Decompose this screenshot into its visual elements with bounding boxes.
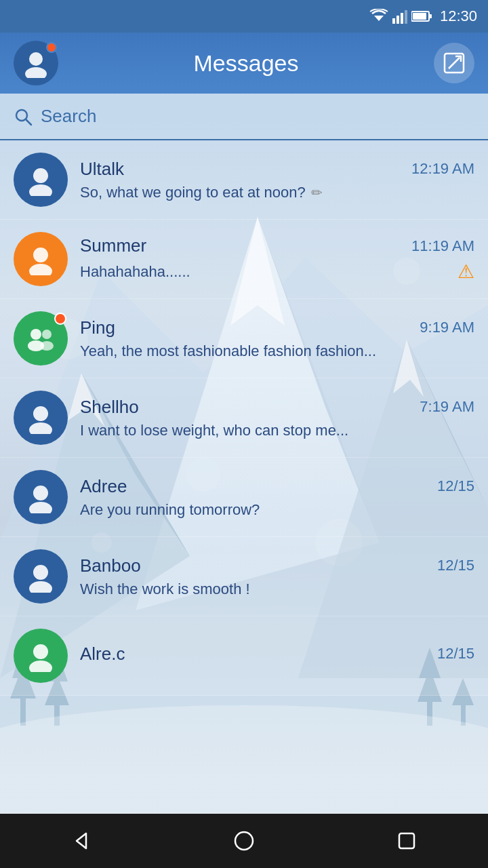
notification-dot [46, 42, 57, 53]
compose-button[interactable] [434, 43, 474, 83]
shellho-avatar-icon [24, 401, 57, 434]
ping-preview: Yeah, the most fashionable fashion fashi… [80, 342, 474, 360]
status-time: 12:30 [440, 7, 477, 25]
shellho-preview: I want to lose weight, who can stop me..… [80, 422, 474, 439]
alrec-avatar-container [14, 629, 68, 683]
svg-point-51 [33, 486, 48, 500]
navigation-bar [0, 814, 488, 868]
user-avatar-icon [21, 48, 51, 78]
msg-preview-text: Are you running tomorrow? [80, 501, 260, 519]
svg-rect-59 [399, 833, 414, 848]
adree-time: 12/15 [437, 477, 474, 495]
msg-preview-text: So, what we going to eat at noon? [80, 184, 306, 201]
ping-name: Ping [80, 317, 115, 338]
banboo-name: Banboo [80, 555, 141, 576]
msg-preview-text: Wish the work is smooth ! [80, 580, 250, 598]
adree-header: Adree 12/15 [80, 476, 474, 497]
home-icon [233, 830, 255, 852]
message-item-summer[interactable]: Summer 11:19 AM Hahahahaha......⚠ [0, 220, 488, 299]
svg-point-52 [29, 502, 52, 513]
message-item-ultalk[interactable]: Ultalk 12:19 AM So, what we going to eat… [0, 140, 488, 220]
ultalk-avatar-container [14, 153, 68, 207]
recents-icon [397, 831, 416, 850]
ping-header: Ping 9:19 AM [80, 317, 474, 338]
unread-dot [54, 313, 66, 325]
svg-point-36 [25, 67, 47, 78]
svg-point-53 [33, 565, 48, 580]
ultalk-time: 12:19 AM [411, 160, 474, 178]
message-item-shellho[interactable]: Shellho 7:19 AM I want to lose weight, w… [0, 378, 488, 458]
msg-preview-text: Yeah, the most fashionable fashion fashi… [80, 342, 376, 360]
svg-rect-34 [413, 13, 426, 20]
ping-time: 9:19 AM [420, 319, 474, 336]
status-icons: 12:30 [369, 7, 477, 25]
message-item-banboo[interactable]: Banboo 12/15 Wish the work is smooth ! [0, 537, 488, 616]
svg-point-48 [40, 341, 54, 351]
shellho-header: Shellho 7:19 AM [80, 397, 474, 418]
svg-rect-30 [401, 13, 403, 24]
message-item-ping[interactable]: Ping 9:19 AM Yeah, the most fashionable … [0, 299, 488, 378]
ultalk-name: Ultalk [80, 159, 124, 180]
message-item-adree[interactable]: Adree 12/15 Are you running tomorrow? [0, 458, 488, 537]
wifi-icon [369, 9, 388, 24]
alrec-header: Alre.c 12/15 [80, 644, 474, 665]
shellho-name: Shellho [80, 397, 139, 418]
svg-point-45 [30, 329, 41, 340]
battery-icon [411, 10, 432, 22]
svg-point-49 [33, 406, 48, 421]
search-icon [14, 107, 33, 126]
summer-avatar-icon [24, 243, 57, 275]
svg-point-55 [33, 644, 48, 659]
svg-line-38 [449, 58, 460, 68]
svg-rect-29 [396, 16, 399, 24]
nav-recents-button[interactable] [380, 821, 434, 861]
svg-point-42 [29, 184, 52, 196]
alrec-time: 12/15 [437, 645, 474, 663]
svg-rect-28 [392, 18, 395, 24]
alrec-avatar-icon [24, 639, 57, 672]
shellho-avatar [14, 391, 68, 445]
banboo-header: Banboo 12/15 [80, 555, 474, 576]
ultalk-avatar [14, 153, 68, 207]
ultalk-avatar-icon [24, 163, 57, 196]
alrec-name: Alre.c [80, 644, 125, 665]
ping-content: Ping 9:19 AM Yeah, the most fashionable … [80, 317, 474, 360]
summer-name: Summer [80, 235, 146, 256]
search-container: Search [0, 94, 488, 140]
banboo-avatar-container [14, 549, 68, 604]
summer-preview: Hahahahaha......⚠ [80, 260, 474, 283]
msg-preview-text: Hahahahaha...... [80, 263, 190, 281]
shellho-time: 7:19 AM [420, 398, 474, 416]
svg-rect-31 [405, 10, 407, 24]
header: Messages [0, 33, 488, 94]
adree-avatar-icon [24, 481, 57, 513]
summer-avatar [14, 232, 68, 286]
alrec-avatar [14, 629, 68, 683]
alert-icon: ⚠ [458, 260, 474, 283]
banboo-content: Banboo 12/15 Wish the work is smooth ! [80, 555, 474, 598]
svg-point-54 [29, 581, 52, 593]
compose-icon [442, 51, 466, 75]
search-bar[interactable]: Search [14, 103, 474, 130]
nav-home-button[interactable] [217, 821, 271, 861]
summer-avatar-container [14, 232, 68, 286]
ultalk-preview: So, what we going to eat at noon? ✏ [80, 184, 474, 201]
svg-point-58 [235, 832, 253, 850]
user-avatar-container[interactable] [14, 41, 58, 85]
svg-marker-27 [374, 16, 384, 21]
shellho-content: Shellho 7:19 AM I want to lose weight, w… [80, 397, 474, 439]
svg-marker-57 [77, 833, 86, 848]
svg-point-56 [29, 660, 52, 672]
alrec-content: Alre.c 12/15 [80, 644, 474, 669]
shellho-avatar-container [14, 391, 68, 445]
status-bar: 12:30 [0, 0, 488, 33]
svg-line-40 [26, 119, 31, 125]
banboo-preview: Wish the work is smooth ! [80, 580, 474, 598]
adree-preview: Are you running tomorrow? [80, 501, 474, 519]
ping-avatar-icon [24, 321, 58, 355]
nav-back-button[interactable] [54, 821, 108, 861]
pencil-icon: ✏ [311, 184, 323, 201]
summer-header: Summer 11:19 AM [80, 235, 474, 256]
message-item-alrec[interactable]: Alre.c 12/15 [0, 616, 488, 696]
adree-avatar-container [14, 470, 68, 524]
